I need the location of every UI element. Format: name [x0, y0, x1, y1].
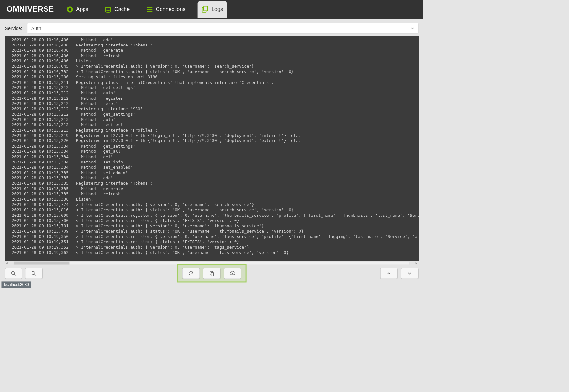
refresh-button[interactable]: [182, 268, 200, 279]
log-line: 2021-01-28 09:10:10,406 | Method: 'gener…: [12, 48, 419, 53]
tab-cache[interactable]: Cache: [100, 1, 134, 18]
log-line: 2021-01-28 09:10:13,212 | Method: 'get_s…: [12, 85, 419, 90]
logs-icon: [201, 6, 209, 13]
tab-apps[interactable]: Apps: [62, 1, 92, 18]
log-line: 2021-01-28 09:10:13,774 | > InternalCred…: [12, 202, 419, 207]
log-line: 2021-01-28 09:10:13,212 | Method: 'reset…: [12, 101, 419, 106]
log-line: 2021-01-28 09:10:13,213 | Registering in…: [12, 127, 419, 133]
svg-line-13: [34, 274, 36, 275]
log-line: 2021-01-28 09:10:15,709 | < InternalCred…: [12, 229, 419, 234]
svg-rect-5: [147, 11, 152, 12]
log-line: 2021-01-28 09:10:10,406 | Method: 'add': [12, 37, 419, 42]
log-line: 2021-01-28 09:10:15,701 | > InternalCred…: [12, 223, 419, 228]
service-select[interactable]: Auth: [27, 23, 418, 34]
scroll-left-icon[interactable]: ◄: [5, 261, 9, 265]
log-line: 2021-01-28 09:10:13,335 | Registering in…: [12, 181, 419, 186]
log-line: 2021-01-28 09:10:13,816 | < InternalCred…: [12, 207, 419, 212]
brand-logo: OMNIVERSE: [7, 5, 54, 14]
tab-label: Cache: [114, 6, 130, 12]
footer-toolbar: [0, 265, 423, 282]
scroll-right-icon[interactable]: ►: [414, 261, 418, 265]
log-line: 2021-01-28 09:10:13,220 | Registered in …: [12, 138, 419, 143]
log-line: 2021-01-28 09:10:19,352 | > InternalCred…: [12, 244, 419, 250]
log-line: 2021-01-28 09:10:19,350 | > InternalCred…: [12, 234, 419, 239]
log-line: 2021-01-28 09:10:10,406 | Method: 'refre…: [12, 53, 419, 58]
log-line: 2021-01-28 09:10:13,334 | Method: 'get': [12, 154, 419, 159]
log-line: 2021-01-28 09:10:13,219 | Registered in …: [12, 133, 419, 138]
scroll-down-button[interactable]: [401, 268, 419, 279]
apps-icon: [66, 6, 74, 13]
tab-connections[interactable]: Connections: [142, 1, 189, 18]
tab-label: Connections: [156, 6, 186, 12]
log-line: 2021-01-28 09:10:13,334 | Method: 'get_a…: [12, 149, 419, 154]
log-line: 2021-01-28 09:10:10,406 | Registering in…: [12, 42, 419, 47]
log-line: 2021-01-28 09:10:13,200 | Serving static…: [12, 74, 419, 79]
log-line: 2021-01-28 09:10:13,212 | Registering in…: [12, 106, 419, 111]
svg-rect-7: [204, 6, 208, 11]
highlighted-button-group: [177, 264, 246, 283]
copy-button[interactable]: [203, 268, 220, 279]
log-line: 2021-01-28 09:10:13,335 | Method: 'refre…: [12, 191, 419, 196]
svg-rect-4: [147, 9, 152, 10]
log-line: 2021-01-28 09:10:13,335 | Method: 'add': [12, 175, 419, 180]
log-line: 2021-01-28 09:10:13,212 | Method: 'auth': [12, 90, 419, 95]
scroll-up-button[interactable]: [380, 268, 398, 279]
status-bar: localhost:3080: [1, 281, 31, 288]
zoom-out-button[interactable]: [25, 268, 43, 279]
zoom-in-button[interactable]: [5, 268, 22, 279]
log-line: 2021-01-28 09:10:13,334 | Method: 'set_i…: [12, 159, 419, 164]
log-line: 2021-01-28 09:10:13,335 | Method: 'set_a…: [12, 170, 419, 175]
log-line: 2021-01-28 09:10:19,351 | < InternalCred…: [12, 239, 419, 244]
log-line: 2021-01-28 09:10:13,334 | Method: 'get_s…: [12, 143, 419, 149]
svg-point-2: [105, 7, 110, 8]
service-label: Service:: [5, 25, 22, 31]
download-button[interactable]: [224, 268, 241, 279]
service-row: Service: Auth: [0, 19, 423, 36]
log-line: 2021-01-28 09:10:13,335 | Method: 'gener…: [12, 186, 419, 191]
cache-icon: [104, 6, 112, 13]
log-line: 2021-01-28 09:10:13,336 | Listen.: [12, 197, 419, 202]
svg-rect-16: [211, 272, 213, 276]
log-line: 2021-01-28 09:10:13,334 | Method: 'set_e…: [12, 164, 419, 170]
svg-point-1: [68, 8, 71, 11]
log-line: 2021-01-28 09:10:13,211 | Registering cl…: [12, 80, 419, 85]
log-line: 2021-01-28 09:10:15,699 | > InternalCred…: [12, 213, 419, 218]
connections-icon: [146, 6, 153, 13]
header-bar: OMNIVERSE Apps Cache Connections: [0, 0, 423, 19]
log-line: 2021-01-28 09:10:10,732 | < InternalCred…: [12, 69, 419, 74]
log-line: 2021-01-28 09:10:13,213 | Method: 'redir…: [12, 122, 419, 127]
svg-rect-3: [147, 7, 152, 8]
chevron-down-icon: [411, 25, 414, 31]
log-line: 2021-01-28 09:10:19,362 | < InternalCred…: [12, 250, 419, 255]
svg-line-9: [14, 274, 16, 275]
log-line: 2021-01-28 09:10:13,212 | Method: 'regis…: [12, 96, 419, 101]
log-line: 2021-01-28 09:10:13,212 | Method: 'get_s…: [12, 111, 419, 117]
tab-logs[interactable]: Logs: [198, 1, 227, 18]
log-line: 2021-01-28 09:10:10,645 | > InternalCred…: [12, 64, 419, 69]
log-output[interactable]: 2021-01-28 09:10:10,406 | Method: 'add'2…: [5, 36, 418, 261]
log-line: 2021-01-28 09:10:13,213 | Method: 'auth': [12, 117, 419, 122]
tab-label: Logs: [212, 6, 223, 12]
tab-label: Apps: [76, 6, 88, 12]
service-value: Auth: [31, 25, 41, 31]
log-line: 2021-01-28 09:10:10,406 | Listen.: [12, 58, 419, 63]
scroll-thumb[interactable]: [14, 262, 69, 265]
log-line: 2021-01-28 09:10:15,700 | < InternalCred…: [12, 218, 419, 223]
